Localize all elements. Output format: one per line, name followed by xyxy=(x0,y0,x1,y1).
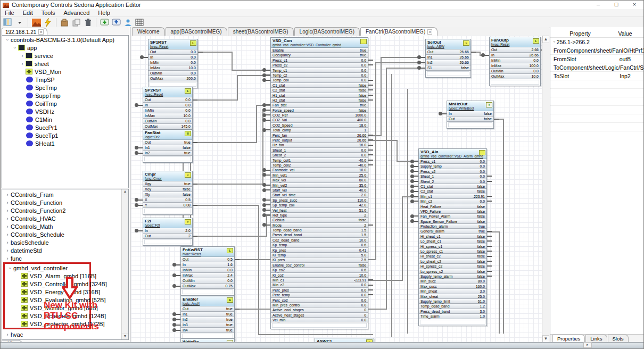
slot-xey[interactable]: Xeyfalse xyxy=(143,187,192,192)
slot-x[interactable]: X0.5 xyxy=(143,197,192,203)
slot-press_dead_band[interactable]: Press_dead_band3.0 xyxy=(419,309,486,314)
slot-out[interactable]: Outtrue xyxy=(181,306,234,312)
block-fanoutp[interactable]: FanOutphvac::ResetLOut2.66In26.66InMin0.… xyxy=(489,37,541,86)
slot-temp_dead_band[interactable]: Temp_dead_band1.2 xyxy=(419,304,486,309)
slot-h1_stat[interactable]: H1_statfalse xyxy=(271,93,368,98)
slot-total_comp[interactable]: Total_comp1 xyxy=(271,128,368,132)
slot-inmin[interactable]: InMin0.0 xyxy=(143,108,192,113)
slot-ki_pres[interactable]: Ki_pres2.5 xyxy=(271,257,368,262)
canvas-vscrollbar[interactable]: ▲ ▼ xyxy=(542,36,549,343)
slot-c2_stat[interactable]: C2_statfalse xyxy=(419,189,486,194)
slot-supply_temp[interactable]: Supply_temp0.0 xyxy=(419,164,486,169)
property-row[interactable]: FromComponent/sheet/FanIO/HtPrf1 xyxy=(550,46,643,55)
slot-protection_alarm[interactable]: Protection_alarmtrue xyxy=(419,224,486,229)
slot-in[interactable]: In26.66 xyxy=(490,53,540,58)
slot-general_alarm[interactable]: General_alarmtrue xyxy=(419,229,486,234)
kits-scrollbar[interactable]: ▲ ▼ xyxy=(121,189,128,339)
slot-c1_stat[interactable]: C1_statfalse xyxy=(271,83,368,88)
slot-min_c2[interactable]: Min_c20.0 xyxy=(419,199,486,204)
tab-sheet[interactable]: sheet(BAScontrolMEG) xyxy=(228,27,294,36)
expander-closed-icon[interactable]: › xyxy=(19,61,26,67)
slot-outmax[interactable]: OutMax0.75 xyxy=(181,284,234,289)
slot-celsius[interactable]: Celsiusfalse xyxy=(271,218,368,222)
slot-sp_press_succ[interactable]: Sp_press_succ110.0 xyxy=(271,198,368,203)
tab-fanctrl[interactable]: FanCtrl(BAScontrolMEG)× xyxy=(360,27,438,36)
slot-h2_stat[interactable]: H2_statfalse xyxy=(271,98,368,103)
tab-slots[interactable]: Slots xyxy=(608,335,629,343)
slot-outmin[interactable]: OutMin0.0 xyxy=(490,69,540,74)
kit-item-func[interactable]: ›func xyxy=(2,254,122,262)
slot-occupancy[interactable]: Occupancytrue xyxy=(271,53,368,57)
menu-tools[interactable]: Tools xyxy=(37,10,60,16)
property-row[interactable]: FromSlotoutB xyxy=(550,55,643,63)
slot-in[interactable]: Infalse xyxy=(447,111,493,117)
slot-sheat_1[interactable]: Sheat_10.0 xyxy=(271,148,368,153)
slot-hi_sheat_c2[interactable]: Hi_sheat_c2false xyxy=(419,254,486,259)
expander-open-icon[interactable]: › xyxy=(5,37,10,43)
slot-vel_min[interactable]: Vel_min0.0 xyxy=(271,318,368,322)
expander-closed-icon[interactable]: › xyxy=(4,240,11,245)
block-fnkwrst[interactable]: FnKwRSThvac::ResetLOut0.5In1.6InMin0.0In… xyxy=(180,246,235,296)
connection-tab-close-icon[interactable]: × xyxy=(38,29,43,35)
slot-outmax[interactable]: OutMax10.0 xyxy=(490,74,540,79)
tab-properties[interactable]: Properties xyxy=(552,335,585,343)
upload-icon[interactable] xyxy=(98,18,110,27)
minimize-button[interactable]: – xyxy=(589,1,607,9)
expander-closed-icon[interactable]: › xyxy=(4,232,11,237)
slot-in3[interactable]: In3true xyxy=(181,322,234,328)
slot-lo_spress_c1[interactable]: Lo_spress_c1false xyxy=(419,249,486,254)
slot-min_succ[interactable]: Min_succ80.0 xyxy=(419,279,486,284)
tree-item-coiltmp[interactable]: CoilTmp xyxy=(2,99,128,107)
tree-item-ccontrols-bascmeg-3-1-0-default-app-[interactable]: ›ccontrols-BASCMEG-3.1.0(Default App) xyxy=(2,36,128,44)
slot-out[interactable]: Out0.5 xyxy=(181,257,234,262)
slot-vel_heat[interactable]: Vel_heat51.0 xyxy=(271,208,368,213)
slot-temp_c1[interactable]: Temp_c10.0 xyxy=(271,68,368,73)
slot-outmin[interactable]: OutMin0.0 xyxy=(148,71,197,76)
block-type-link[interactable]: gmhd_vsd_controller::VSD_Alarm_gmhd xyxy=(420,154,485,159)
block-type-link[interactable]: gmhd_vsd_controller::VSD_Controller_gmhd xyxy=(273,43,366,47)
slot-lo_spress_c2[interactable]: Lo_spress_c2false xyxy=(419,269,486,274)
image-icon[interactable] xyxy=(30,18,42,27)
slot-inmin[interactable]: InMin0.0 xyxy=(181,268,234,273)
kit-item-ccontrols-hvac[interactable]: ›CControls_HVAC xyxy=(2,214,122,222)
slot-supply_temp_alarm[interactable]: Supply_temp_alarmfalse xyxy=(419,274,486,279)
expander-closed-icon[interactable]: › xyxy=(4,208,11,213)
kit-item-ccontrols-schedule[interactable]: ›CControls_Schedule xyxy=(2,230,122,238)
tree-item-succpr1[interactable]: SuccPr1 xyxy=(2,123,128,131)
block-type-link[interactable]: types::WriteBool xyxy=(449,106,492,111)
slot-in4[interactable]: In4true xyxy=(181,328,234,333)
slot-out[interactable]: Out0.0 xyxy=(143,97,192,103)
slot-min_c2[interactable]: Min_c20.0 xyxy=(271,282,368,287)
scroll-down-icon[interactable]: ▼ xyxy=(122,334,128,339)
slot-min_vel2[interactable]: Min_vel235.0 xyxy=(271,183,368,188)
slot-outmin[interactable]: OutMin0.0 xyxy=(181,278,234,284)
slot-in[interactable]: In0.0 xyxy=(148,55,197,60)
slot-sheat_2[interactable]: Sheat_20.0 xyxy=(419,179,486,184)
slot-in2[interactable]: In2true xyxy=(181,317,234,322)
slot-in2[interactable]: In2true xyxy=(143,151,192,156)
expander-closed-icon[interactable]: › xyxy=(4,200,11,205)
slot-perc_co2[interactable]: Perc_co20.0 xyxy=(271,298,368,303)
slot-inmin[interactable]: InMin0.0 xyxy=(148,60,197,65)
tab-close-icon[interactable]: × xyxy=(427,29,432,35)
property-row[interactable]: ToSlotInp2 xyxy=(550,72,643,80)
slot-fanmode_vel[interactable]: Fanmode_vel18.0 xyxy=(271,168,368,172)
slot-temp_c2[interactable]: Temp_c20.0 xyxy=(271,73,368,78)
block-vsd_con[interactable]: VSD_Congmhd_vsd_controller::VSD_Controll… xyxy=(270,37,368,329)
tree-item-c1min[interactable]: C1Min xyxy=(2,115,128,123)
slot-co2_speed[interactable]: CO2_Speed18.0 xyxy=(271,123,368,128)
slot-press_c1[interactable]: Press_c10.0 xyxy=(271,58,368,63)
slot-ref_type[interactable]: Ref_type2 xyxy=(271,213,368,218)
slot-in[interactable]: In2.0 xyxy=(143,228,192,234)
slot-supply_temp_limit[interactable]: Supply_temp_limit61.0 xyxy=(419,299,486,304)
package-icon[interactable] xyxy=(59,18,70,27)
block-type-link[interactable]: logic::Or2 xyxy=(145,135,191,139)
slot-min_sheat[interactable]: Min_sheat3.0 xyxy=(419,289,486,294)
slot-force_speed[interactable]: Force_speedfalse xyxy=(271,108,368,113)
slot-kp_pres[interactable]: Kp_pres0.41 xyxy=(271,248,368,253)
slot-in1[interactable]: In1false xyxy=(143,145,192,151)
slot-min_c1[interactable]: Min_c1-223.91 xyxy=(419,194,486,199)
tree-item-succtp1[interactable]: SuccTp1 xyxy=(2,131,128,139)
slot-mode[interactable]: Mode2 xyxy=(271,223,368,228)
expander-closed-icon[interactable]: › xyxy=(4,192,11,197)
